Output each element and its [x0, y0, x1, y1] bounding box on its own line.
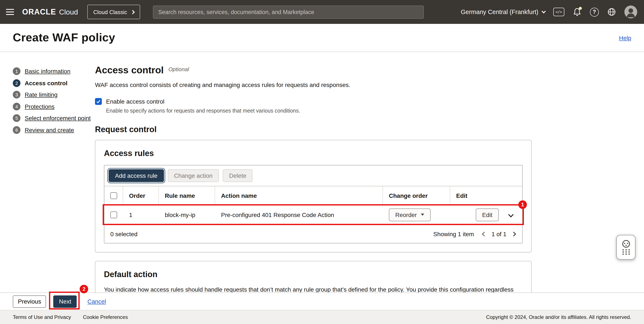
- next-button-wrap: Next 2: [54, 295, 77, 307]
- page-footer: Terms of Use and Privacy Cookie Preferen…: [0, 310, 644, 324]
- oracle-cloud-logo[interactable]: ORACLE Cloud: [22, 8, 78, 17]
- page-indicator: 1 of 1: [492, 230, 506, 237]
- step-select-enforcement-point[interactable]: 5 Select enforcement point: [13, 114, 95, 122]
- pagination: 1 of 1: [482, 230, 516, 238]
- step-label: Protections: [25, 103, 54, 110]
- selected-count: 0 selected: [110, 230, 138, 237]
- check-icon: [96, 99, 101, 104]
- dev-console-button[interactable]: </>: [553, 8, 564, 16]
- default-action-intro: You indicate how access rules should han…: [104, 286, 522, 293]
- question-icon: ?: [590, 8, 599, 17]
- edit-button[interactable]: Edit: [476, 208, 499, 221]
- select-all-checkbox[interactable]: [110, 192, 117, 199]
- cloud-classic-label: Cloud Classic: [93, 9, 127, 15]
- chevron-down-icon: [542, 9, 546, 13]
- chevron-down-icon: [508, 212, 514, 217]
- step-number-badge: 3: [13, 91, 20, 99]
- step-label: Rate limiting: [25, 91, 58, 98]
- previous-button[interactable]: Previous: [13, 295, 46, 307]
- notification-dot: [579, 7, 582, 10]
- step-basic-information[interactable]: 1 Basic information: [13, 67, 95, 75]
- menu-button[interactable]: [0, 0, 20, 24]
- step-label: Review and create: [25, 126, 74, 133]
- row-action-name: Pre-configured 401 Response Code Action: [215, 211, 383, 218]
- step-review-and-create[interactable]: 6 Review and create: [13, 126, 95, 134]
- step-access-control[interactable]: 2 Access control: [13, 79, 95, 87]
- brand-cloud: Cloud: [59, 8, 78, 17]
- column-order: Order: [123, 186, 159, 205]
- step-label: Basic information: [25, 68, 70, 75]
- chevron-right-icon: [130, 10, 134, 14]
- page-header: Create WAF policy Help: [0, 24, 644, 52]
- language-button[interactable]: [607, 7, 616, 17]
- copyright-text: Copyright © 2024, Oracle and/or its affi…: [486, 314, 631, 320]
- row-order: 1: [123, 211, 159, 218]
- user-menu-button[interactable]: [624, 6, 637, 18]
- help-link[interactable]: Help: [619, 34, 631, 41]
- row-checkbox[interactable]: [110, 211, 117, 218]
- default-action-title: Default action: [104, 270, 522, 279]
- step-protections[interactable]: 4 Protections: [13, 103, 95, 110]
- brand-oracle: ORACLE: [22, 8, 56, 17]
- step-label: Access control: [25, 80, 68, 86]
- request-control-heading: Request control: [95, 125, 532, 134]
- column-change-order: Change order: [383, 186, 450, 205]
- table-row: 1 block-my-ip Pre-configured 401 Respons…: [104, 205, 522, 224]
- optional-tag: Optional: [168, 66, 189, 73]
- cookie-preferences-link[interactable]: Cookie Preferences: [83, 314, 128, 320]
- table-header-row: Order Rule name Action name Change order…: [104, 186, 522, 205]
- wizard-content: 1 Basic information 2 Access control 3 R…: [0, 52, 644, 316]
- reorder-button[interactable]: Reorder: [389, 208, 430, 221]
- topbar: ORACLE Cloud Cloud Classic Germany Centr…: [0, 0, 644, 24]
- page-previous-button[interactable]: [482, 230, 487, 238]
- enable-access-control-help: Enable to specify actions for requests a…: [106, 108, 532, 114]
- page-next-button[interactable]: [511, 230, 516, 238]
- topbar-right: Germany Central (Frankfurt) </> ?: [461, 6, 637, 18]
- section-intro: WAF access control consists of creating …: [95, 81, 532, 88]
- cancel-link[interactable]: Cancel: [88, 298, 106, 305]
- region-selector[interactable]: Germany Central (Frankfurt): [461, 9, 545, 15]
- reorder-label: Reorder: [395, 211, 417, 218]
- step-label: Select enforcement point: [25, 115, 91, 122]
- step-number-badge: 6: [13, 126, 20, 134]
- global-search-input[interactable]: [153, 5, 424, 19]
- step-number-badge: 4: [13, 103, 20, 110]
- step-number-badge: 5: [13, 114, 20, 122]
- wizard-stepper: 1 Basic information 2 Access control 3 R…: [0, 52, 95, 316]
- notifications-button[interactable]: [572, 7, 582, 17]
- showing-count: Showing 1 item: [434, 230, 474, 237]
- assistant-icon: [620, 240, 632, 255]
- change-action-button[interactable]: Change action: [168, 169, 219, 182]
- access-rules-table: Add access rule Change action Delete Ord…: [104, 165, 522, 243]
- delete-button[interactable]: Delete: [223, 169, 253, 182]
- caret-down-icon: [420, 214, 424, 216]
- column-rule-name: Rule name: [159, 186, 215, 205]
- enable-access-control-checkbox[interactable]: [95, 98, 102, 105]
- oci-console: ORACLE Cloud Cloud Classic Germany Centr…: [0, 0, 644, 324]
- step-number-badge: 2: [13, 79, 20, 87]
- dev-console-icon: </>: [553, 8, 564, 16]
- region-label: Germany Central (Frankfurt): [461, 9, 538, 15]
- chevron-right-icon: [511, 232, 516, 237]
- row-rule-name: block-my-ip: [159, 211, 215, 218]
- step-panel: Access control Optional WAF access contr…: [95, 52, 532, 316]
- step-number-badge: 1: [13, 67, 20, 75]
- page-title: Create WAF policy: [13, 31, 115, 44]
- access-rules-card: Access rules Add access rule Change acti…: [95, 140, 532, 252]
- enable-access-control-label: Enable access control: [106, 98, 164, 105]
- row-expand-button[interactable]: [507, 210, 514, 220]
- access-rules-title: Access rules: [104, 149, 522, 158]
- add-access-rule-button[interactable]: Add access rule: [108, 169, 164, 182]
- avatar-icon: [624, 6, 637, 18]
- next-button[interactable]: Next: [54, 295, 77, 307]
- step-rate-limiting[interactable]: 3 Rate limiting: [13, 91, 95, 99]
- section-heading: Access control: [95, 65, 164, 76]
- column-edit: Edit: [450, 186, 522, 205]
- cloud-classic-button[interactable]: Cloud Classic: [87, 5, 140, 19]
- wizard-action-bar: Previous Next 2 Cancel: [0, 292, 644, 310]
- floating-assistant-button[interactable]: [616, 235, 636, 260]
- terms-link[interactable]: Terms of Use and Privacy: [13, 314, 71, 320]
- column-action-name: Action name: [215, 186, 383, 205]
- chevron-left-icon: [482, 232, 487, 237]
- help-button[interactable]: ?: [590, 8, 599, 17]
